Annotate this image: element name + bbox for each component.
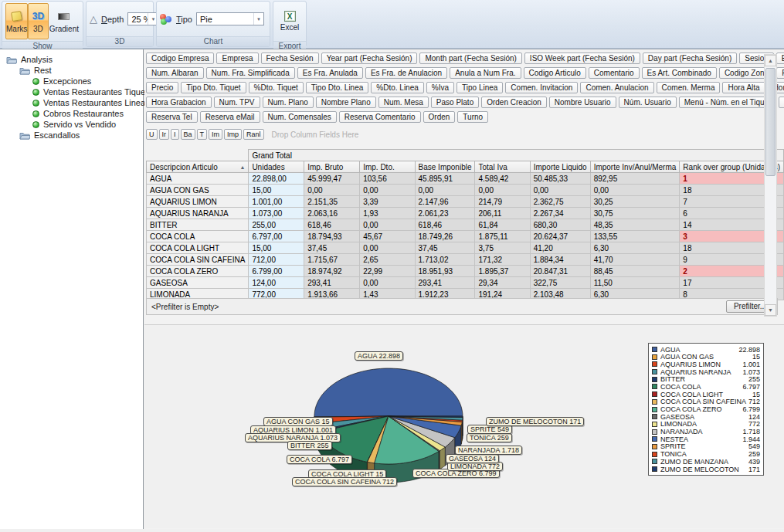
3d-toggle-button[interactable]: 3D 3D [28, 3, 48, 39]
tree-item-rest[interactable]: Rest [0, 65, 143, 76]
measure-chip[interactable]: U [146, 129, 158, 140]
field-chip-comen-anulacion[interactable]: Comen. Anulacion [580, 82, 653, 93]
tree-item-ventas-restaurantes-tiquet[interactable]: Ventas Restaurantes Tiquet [0, 86, 143, 97]
field-chip-month-part-fecha-sesi-n-[interactable]: Month part (Fecha Sesión) [419, 53, 521, 64]
field-chip--dto-tiquet[interactable]: %Dto. Tiquet [249, 82, 304, 93]
depth-dropdown[interactable]: 25 % ▼ [127, 12, 158, 25]
legend-value: 15 [752, 391, 760, 398]
measure-chip[interactable]: Ranl [243, 129, 264, 140]
data-cell: 1,93 [360, 208, 415, 219]
field-chip-n-m-usuario[interactable]: Núm. Usuario [619, 97, 677, 108]
field-chip-nombre-usuario[interactable]: Nombre Usuario [549, 97, 616, 108]
field-chip--iva[interactable]: %Iva [426, 82, 454, 93]
gradient-button[interactable]: Gradient [49, 3, 80, 39]
column-header-total-iva[interactable]: Total Iva [475, 161, 530, 173]
field-chip-comentario[interactable]: Comentario [589, 67, 640, 79]
legend-item: AGUA CON GAS15 [652, 354, 760, 361]
marks-button[interactable]: Marks [5, 3, 28, 39]
field-chip-men-n-m-en-el-tiquet[interactable]: Menú - Núm. en el Tiquet [679, 97, 776, 108]
field-chip-ej-albaran[interactable]: Ej. Albaran [776, 53, 784, 64]
legend-label: ZUMO DE MANZANA [660, 458, 748, 466]
field-chip-turno[interactable]: Turno [457, 111, 488, 123]
pivot-corner [147, 150, 249, 161]
field-chip-tipo-linea[interactable]: Tipo Linea [456, 82, 503, 93]
scrollbar-thumb[interactable] [765, 68, 776, 176]
field-chip-year-part-fecha-sesi-n-[interactable]: Year part (Fecha Sesión) [321, 53, 418, 64]
column-header-imp-bruto[interactable]: Imp. Bruto [304, 161, 360, 173]
field-chip-es-fra-anulada[interactable]: Es Fra. Anulada [297, 67, 363, 79]
data-cell: 214,79 [475, 196, 530, 208]
field-chip-num-plano[interactable]: Num. Plano [263, 97, 314, 108]
legend-swatch [652, 354, 657, 360]
column-header-imp-dto-[interactable]: Imp. Dto. [360, 161, 415, 173]
column-header-importe-liquido[interactable]: Importe Liquido [530, 161, 590, 173]
field-chip-iso-week-part-fecha-sesi-n-[interactable]: ISO Week part (Fecha Sesión) [524, 53, 640, 64]
tree-item-ventas-restaurantes-lineas[interactable]: Ventas Restaurantes Lineas [0, 97, 143, 108]
field-chip-orden-creacion[interactable]: Orden Creacion [481, 97, 547, 108]
field-chip-num-mesa[interactable]: Num. Mesa [378, 97, 429, 108]
data-cell: 124,00 [249, 277, 304, 289]
vertical-scrollbar[interactable]: ▲ ▼ [764, 54, 777, 317]
tree-item-escandallos[interactable]: Escandallos [0, 130, 143, 141]
field-chip-anula-a-num-fra-[interactable]: Anula a Num Fra. [450, 67, 521, 79]
tree-item-excepciones[interactable]: Excepciones [0, 76, 143, 86]
field-chip-orden[interactable]: Orden [423, 111, 456, 123]
ribbon-group-export: X Excel Export [273, 1, 307, 47]
field-chip-num-tpv[interactable]: Num. TPV [214, 97, 260, 108]
field-chip-reserva-comentario[interactable]: Reserva Comentario [339, 111, 421, 123]
measure-chip[interactable]: Im [209, 129, 222, 140]
field-chip-day-part-fecha-sesi-n-[interactable]: Day part (Fecha Sesión) [643, 53, 737, 64]
field-chip-es-art-combinado[interactable]: Es Art. Combinado [642, 67, 717, 79]
field-chip-precio[interactable]: Precio [146, 82, 178, 93]
field-chip-codigo-articulo[interactable]: Codigo Articulo [524, 67, 586, 79]
field-chip-hora-grabacion[interactable]: Hora Grabacion [146, 97, 212, 108]
field-chip-familia[interactable]: Familia▼ [776, 67, 784, 79]
field-chip-tipo-dto-linea[interactable]: Tipo Dto. Linea [306, 82, 368, 93]
field-chip-num-fra-simplificada[interactable]: Num. Fra. Simplificada [206, 67, 295, 79]
field-chip-reserva-email[interactable]: Reserva eMail [200, 111, 260, 123]
data-cell: 20.624,37 [530, 231, 590, 242]
measure-chip[interactable]: T [197, 129, 208, 140]
tree-item-analysis[interactable]: Analysis [0, 54, 143, 65]
measure-chip[interactable]: I [171, 129, 179, 140]
field-chip-reserva-tel[interactable]: Reserva Tel [146, 111, 198, 123]
field-chip-num-comensales[interactable]: Num. Comensales [263, 111, 337, 123]
data-cell: 3,75 [475, 242, 530, 254]
field-chip-paso-plato[interactable]: Paso Plato [431, 97, 479, 108]
field-chip-comen-invitacion[interactable]: Comen. Invitacion [505, 82, 578, 93]
measure-chip[interactable]: Imp [224, 129, 242, 140]
field-chip-codigo-empresa[interactable]: Codigo Empresa [146, 53, 214, 64]
measure-chip[interactable]: Ba [181, 129, 195, 140]
tree-item-servido-vs-vendido[interactable]: Servido vs Vendido [0, 119, 143, 130]
field-chip-tipo-dto-tiquet[interactable]: Tipo Dto. Tiquet [181, 82, 246, 93]
column-header-importe-inv-anul-merma[interactable]: Importe Inv/Anul/Merma [590, 161, 680, 173]
tree-item-label: Ventas Restaurantes Tiquet [43, 87, 148, 97]
chart-type-dropdown[interactable]: Pie ▼ [196, 12, 264, 25]
excel-export-button[interactable]: X Excel [277, 3, 303, 39]
scroll-up-button[interactable]: ▲ [765, 55, 776, 66]
field-chip-num-albaran[interactable]: Num. Albaran [146, 67, 204, 79]
tree-item-cobros-restaurantes[interactable]: Cobros Restaurantes [0, 108, 143, 119]
field-chip--dto-linea[interactable]: %Dto. Linea [371, 82, 423, 93]
field-chip-men-n-m-paso[interactable]: Menú - Núm. Paso [779, 97, 784, 108]
field-chip-row: Codigo EmpresaEmpresaFecha SesiónYear pa… [146, 53, 761, 64]
field-chip-comen-merma[interactable]: Comen. Merma [657, 82, 721, 93]
column-header-base-imponible[interactable]: Base Imponible [415, 161, 475, 173]
legend-value: 6.797 [742, 383, 760, 391]
field-chip-hora-alta[interactable]: Hora Alta [722, 82, 765, 93]
scroll-down-button[interactable]: ▼ [765, 304, 776, 316]
data-cell: 45.895,91 [415, 173, 475, 185]
green-dot-icon [32, 89, 39, 96]
measure-chip[interactable]: Ir [159, 129, 170, 140]
legend-label: BITTER [660, 375, 748, 383]
field-chip-nombre-plano[interactable]: Nombre Plano [316, 97, 376, 108]
field-chip-es-fra-de-anulacion[interactable]: Es Fra. de Anulacion [365, 67, 447, 79]
data-cell: 45,67 [360, 231, 415, 242]
field-chip-empresa[interactable]: Empresa [216, 53, 258, 64]
column-header-unidades[interactable]: Unidades [249, 161, 304, 173]
legend-swatch [652, 407, 657, 412]
field-chip-fecha-sesi-n[interactable]: Fecha Sesión [261, 53, 319, 64]
row-header-descripcion-articulo[interactable]: Descripcion Articulo▲ [147, 161, 249, 173]
chart-legend: AGUA22.898AGUA CON GAS15AQUARIUS LIMON1.… [648, 343, 764, 476]
gradient-icon [58, 13, 70, 20]
